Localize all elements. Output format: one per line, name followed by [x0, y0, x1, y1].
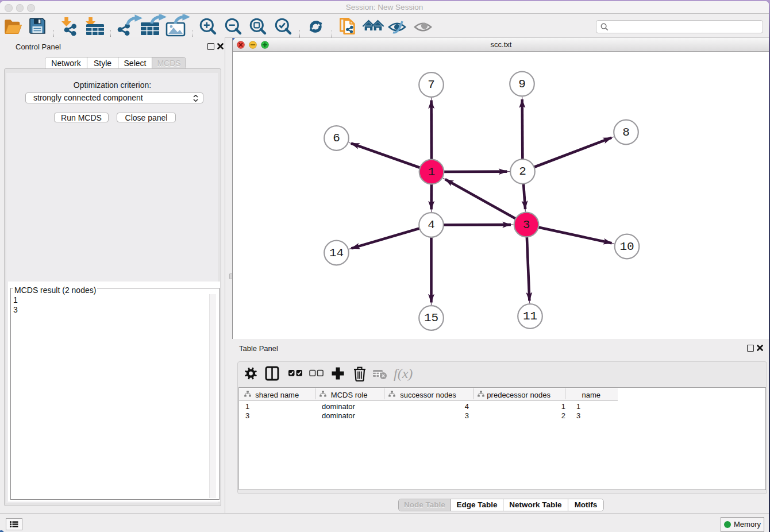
- svg-text:14: 14: [329, 246, 344, 260]
- svg-text:1: 1: [428, 165, 436, 179]
- svg-text:2: 2: [519, 165, 526, 178]
- svg-text:8: 8: [622, 126, 630, 139]
- svg-text:15: 15: [424, 311, 438, 325]
- svg-text:11: 11: [523, 310, 537, 323]
- svg-text:7: 7: [428, 78, 435, 91]
- svg-text:3: 3: [523, 218, 530, 232]
- svg-text:6: 6: [333, 132, 340, 145]
- svg-text:f(x): f(x): [394, 366, 413, 381]
- svg-text:4: 4: [428, 218, 435, 232]
- svg-text:9: 9: [518, 78, 526, 91]
- svg-text:10: 10: [619, 240, 634, 253]
